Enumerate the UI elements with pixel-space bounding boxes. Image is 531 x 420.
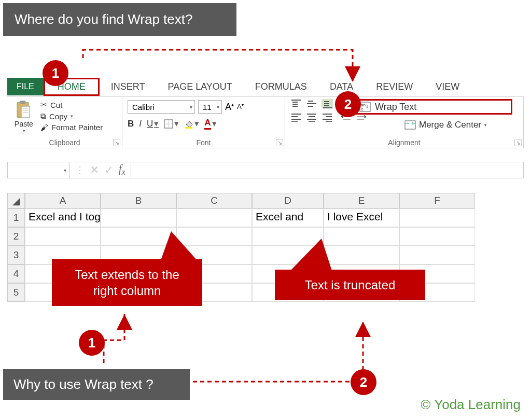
- border-icon: [164, 119, 173, 129]
- fill-color-button[interactable]: ▾: [184, 118, 199, 129]
- format-painter-button[interactable]: 🖌Format Painter: [40, 123, 103, 132]
- row-header-4[interactable]: 4: [7, 264, 25, 283]
- cell-B1[interactable]: [101, 208, 176, 227]
- ribbon-body: Paste ▾ ✂Cut ⧉Copy ▾ 🖌Format Painter Cli…: [7, 96, 524, 148]
- fx-icon[interactable]: fx: [119, 163, 125, 177]
- font-name-combo[interactable]: Calibri▾: [128, 100, 195, 114]
- svg-rect-2: [21, 106, 30, 118]
- cut-button[interactable]: ✂Cut: [40, 100, 103, 109]
- canvas: Where do you find Wrap text? 1 2 1 2 FIL…: [0, 0, 531, 420]
- align-top-icon[interactable]: [290, 99, 302, 108]
- scissors-icon: ✂: [40, 100, 47, 109]
- bucket-icon: [184, 119, 193, 129]
- formula-input[interactable]: [131, 162, 523, 178]
- italic-button[interactable]: I: [139, 119, 142, 129]
- col-header-A[interactable]: A: [25, 193, 101, 208]
- merge-center-button[interactable]: Merge & Center ▾: [404, 120, 487, 130]
- col-header-C[interactable]: C: [176, 193, 252, 208]
- col-header-F[interactable]: F: [399, 193, 475, 208]
- enter-icon[interactable]: ✓: [104, 163, 114, 177]
- wrap-text-button[interactable]: abc Wrap Text: [354, 99, 512, 115]
- svg-text:c: c: [361, 107, 363, 111]
- row-header-2[interactable]: 2: [7, 227, 25, 246]
- group-font: Calibri▾ 11▾ A▴ A▾ B I U▾ ▾ ▾ A▾ Font ↘: [122, 97, 285, 148]
- step-circle-2-bottom: 2: [351, 369, 376, 395]
- step-circle-1-top: 1: [43, 60, 68, 86]
- copy-icon: ⧉: [40, 111, 46, 121]
- cell-F3[interactable]: [399, 246, 475, 264]
- wrap-text-icon: abc: [359, 102, 371, 112]
- formula-bar: ▾ ⋮ ✕ ✓ fx: [7, 162, 524, 178]
- align-middle-icon[interactable]: [306, 99, 317, 108]
- tab-file[interactable]: FILE: [7, 78, 44, 95]
- cancel-icon[interactable]: ✕: [90, 163, 99, 177]
- cell-F1[interactable]: [399, 208, 475, 227]
- cell-C1[interactable]: [176, 208, 252, 227]
- font-launcher[interactable]: ↘: [276, 139, 283, 146]
- align-center-icon[interactable]: [306, 113, 317, 122]
- cell-F2[interactable]: [399, 227, 475, 246]
- step-circle-2-top: 2: [335, 91, 361, 117]
- ribbon-tabs: FILE HOME INSERT PAGE LAYOUT FORMULAS DA…: [7, 78, 471, 95]
- group-clipboard: Paste ▾ ✂Cut ⧉Copy ▾ 🖌Format Painter Cli…: [7, 97, 122, 148]
- shrink-font-icon[interactable]: A▾: [237, 103, 244, 110]
- col-header-E[interactable]: E: [324, 193, 399, 208]
- tab-view[interactable]: VIEW: [424, 79, 471, 95]
- align-left-icon[interactable]: [290, 113, 302, 122]
- clipboard-group-label: Clipboard: [7, 138, 122, 148]
- alignment-group-label: Alignment: [285, 138, 523, 148]
- annotation-question-bottom: Why to use Wrap text ?: [3, 369, 190, 400]
- grow-font-icon[interactable]: A▴: [225, 102, 234, 113]
- row-header-1[interactable]: 1: [7, 208, 25, 227]
- font-color-button[interactable]: A▾: [204, 118, 216, 130]
- underline-button[interactable]: U▾: [147, 118, 159, 129]
- font-size-combo[interactable]: 11▾: [198, 100, 222, 114]
- tab-insert[interactable]: INSERT: [100, 79, 157, 95]
- paste-label: Paste: [15, 120, 33, 128]
- align-right-icon[interactable]: [322, 113, 333, 122]
- cell-E3[interactable]: [324, 246, 399, 264]
- name-box[interactable]: ▾: [8, 162, 70, 178]
- brush-icon: 🖌: [40, 123, 48, 132]
- copyright: © Yoda Learning: [421, 397, 521, 413]
- svg-rect-1: [20, 101, 25, 104]
- row-header-5[interactable]: 5: [7, 283, 25, 302]
- clipboard-launcher[interactable]: ↘: [113, 139, 120, 146]
- cell-A1[interactable]: Excel and I together forever.: [25, 208, 101, 227]
- paste-button[interactable]: Paste ▾: [10, 99, 37, 133]
- tab-review[interactable]: REVIEW: [365, 79, 424, 95]
- tab-formulas[interactable]: FORMULAS: [244, 79, 318, 95]
- cell-A2[interactable]: [25, 227, 101, 246]
- group-alignment: ab abc Wrap Text Merge & Center ▾: [285, 97, 524, 148]
- bold-button[interactable]: B: [128, 119, 134, 129]
- clipboard-icon: [15, 100, 33, 120]
- cell-E1[interactable]: I love Excel: [324, 208, 399, 227]
- callout-truncated: Text is truncated: [275, 270, 425, 300]
- copy-button[interactable]: ⧉Copy ▾: [40, 111, 103, 121]
- step-circle-1-bottom: 1: [79, 330, 105, 356]
- font-group-label: Font: [122, 138, 285, 148]
- cell-E2[interactable]: [324, 227, 399, 246]
- merge-icon: [404, 120, 416, 130]
- svg-rect-9: [405, 121, 415, 129]
- annotation-question-top: Where do you find Wrap text?: [3, 3, 236, 36]
- border-button[interactable]: ▾: [164, 118, 179, 129]
- row-header-3[interactable]: 3: [7, 246, 25, 264]
- alignment-launcher[interactable]: ↘: [514, 139, 522, 146]
- svg-rect-4: [185, 127, 192, 129]
- col-header-D[interactable]: D: [252, 193, 324, 208]
- cell-D1[interactable]: Excel and: [252, 208, 324, 227]
- select-all-corner[interactable]: ◢: [7, 193, 25, 208]
- tab-page-layout[interactable]: PAGE LAYOUT: [156, 79, 243, 95]
- col-header-B[interactable]: B: [101, 193, 176, 208]
- callout-extends: Text extends to the right column: [52, 259, 202, 306]
- align-bottom-icon[interactable]: [322, 99, 333, 108]
